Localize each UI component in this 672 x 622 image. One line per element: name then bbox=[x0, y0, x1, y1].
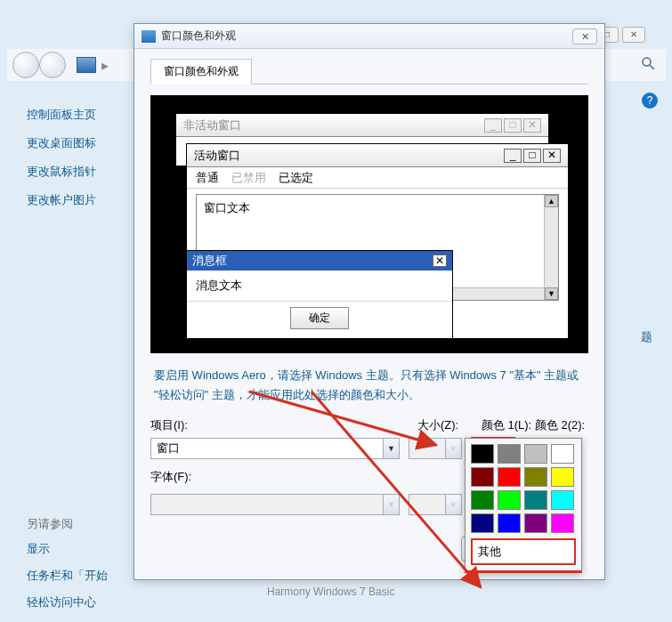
msgbox-title: 消息框 bbox=[192, 253, 227, 269]
preview-menu-bar: 普通 已禁用 已选定 bbox=[187, 167, 568, 189]
color-cell[interactable] bbox=[551, 444, 574, 464]
color-cell[interactable] bbox=[524, 467, 547, 487]
color-cell[interactable] bbox=[471, 467, 494, 487]
color-cell[interactable] bbox=[471, 444, 494, 464]
see-also: 另请参阅 显示 任务栏和「开始 轻松访问中心 bbox=[27, 516, 125, 621]
preview-vscrollbar: ▲▼ bbox=[544, 195, 558, 300]
sidebar-home-link[interactable]: 控制面板主页 bbox=[27, 107, 116, 123]
preview-close-button: ✕ bbox=[523, 118, 541, 133]
font-size-spinner: ▾ bbox=[409, 494, 462, 515]
bg-close-button[interactable]: ✕ bbox=[622, 27, 645, 43]
forward-button[interactable] bbox=[39, 52, 66, 78]
spinner-arrows-icon: ▾ bbox=[445, 439, 461, 458]
sidebar: 控制面板主页 更改桌面图标 更改鼠标指针 更改帐户图片 bbox=[27, 107, 116, 221]
color-cell[interactable] bbox=[524, 513, 547, 533]
dialog-titlebar[interactable]: 窗口颜色和外观 ✕ bbox=[134, 24, 604, 49]
preview-close-button: ✕ bbox=[543, 149, 561, 163]
truncated-link[interactable]: 题 bbox=[641, 329, 652, 345]
size-spinner: ▾ bbox=[409, 438, 462, 459]
preview-min-button: _ bbox=[504, 149, 522, 163]
color-cell[interactable] bbox=[524, 490, 547, 510]
preview-window-text: 窗口文本 bbox=[204, 201, 250, 214]
theme-names-text: Harmony Windows 7 Basic bbox=[267, 586, 394, 598]
dialog-icon bbox=[142, 30, 156, 43]
menu-disabled: 已禁用 bbox=[231, 170, 266, 186]
color-picker-popup: 其他 bbox=[465, 438, 582, 573]
msgbox-text: 消息文本 bbox=[187, 271, 452, 301]
preview-area: 非活动窗口 _ □ ✕ 活动窗口 _ □ ✕ 普通 已禁用 bbox=[150, 95, 588, 353]
see-also-header: 另请参阅 bbox=[27, 516, 125, 532]
control-panel-icon bbox=[77, 57, 96, 73]
font-combo: ▼ bbox=[150, 494, 400, 515]
tab-strip: 窗口颜色和外观 bbox=[150, 58, 588, 85]
preview-max-button: □ bbox=[523, 149, 541, 163]
svg-line-1 bbox=[650, 65, 654, 69]
sidebar-link-desktop-icons[interactable]: 更改桌面图标 bbox=[27, 135, 116, 151]
breadcrumb-separator: ▸ bbox=[101, 57, 109, 74]
see-also-display[interactable]: 显示 bbox=[27, 541, 125, 557]
color-cell[interactable] bbox=[471, 513, 494, 533]
menu-selected: 已选定 bbox=[279, 170, 313, 186]
item-combo-value: 窗口 bbox=[157, 440, 180, 456]
svg-point-0 bbox=[643, 58, 651, 66]
see-also-taskbar[interactable]: 任务栏和「开始 bbox=[27, 568, 125, 584]
see-also-ease-of-access[interactable]: 轻松访问中心 bbox=[27, 594, 125, 610]
description-text: 要启用 Windows Aero，请选择 Windows 主题。只有选择 Win… bbox=[154, 366, 585, 405]
dialog-title: 窗口颜色和外观 bbox=[161, 28, 572, 44]
preview-min-button: _ bbox=[484, 118, 502, 133]
other-colors-button[interactable]: 其他 bbox=[471, 538, 576, 565]
msgbox-close: ✕ bbox=[433, 254, 447, 267]
color2-label: 颜色 2(2): bbox=[533, 417, 587, 433]
active-title-text: 活动窗口 bbox=[194, 148, 240, 164]
item-label: 项目(I): bbox=[150, 417, 417, 433]
color-cell[interactable] bbox=[498, 467, 521, 487]
dialog-close-button[interactable]: ✕ bbox=[572, 28, 597, 44]
color-cell[interactable] bbox=[551, 513, 574, 533]
color-cell[interactable] bbox=[524, 444, 547, 464]
help-icon[interactable]: ? bbox=[642, 93, 658, 109]
color-cell[interactable] bbox=[498, 513, 521, 533]
search-icon[interactable] bbox=[640, 55, 658, 73]
item-combo[interactable]: 窗口 ▼ bbox=[150, 438, 400, 459]
preview-message-box: 消息框 ✕ 消息文本 确定 bbox=[186, 250, 453, 339]
color-cell[interactable] bbox=[551, 467, 574, 487]
menu-normal: 普通 bbox=[196, 170, 219, 186]
preview-max-button: □ bbox=[504, 118, 522, 133]
size-label: 大小(Z): bbox=[417, 417, 480, 433]
tab-appearance[interactable]: 窗口颜色和外观 bbox=[150, 59, 252, 85]
chevron-down-icon: ▼ bbox=[383, 439, 399, 458]
color-cell[interactable] bbox=[551, 490, 574, 510]
inactive-title-text: 非活动窗口 bbox=[183, 117, 241, 133]
sidebar-link-account-picture[interactable]: 更改帐户图片 bbox=[27, 192, 116, 208]
color1-label: 颜色 1(L): bbox=[480, 417, 533, 433]
color-cell[interactable] bbox=[471, 490, 494, 510]
back-button[interactable] bbox=[12, 52, 39, 78]
font-label: 字体(F): bbox=[150, 469, 204, 485]
msgbox-ok-button: 确定 bbox=[290, 307, 349, 329]
sidebar-link-mouse-pointer[interactable]: 更改鼠标指针 bbox=[27, 164, 116, 180]
color-cell[interactable] bbox=[498, 490, 521, 510]
color-cell[interactable] bbox=[498, 444, 521, 464]
